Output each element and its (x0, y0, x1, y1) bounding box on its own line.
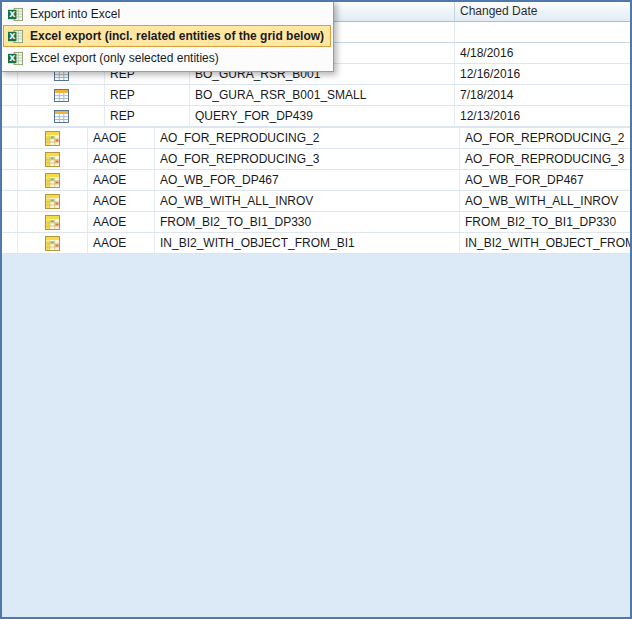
type-cell: AAOE (88, 212, 155, 233)
workbook-icon (18, 128, 88, 149)
export-menu-item[interactable]: X Export into Excel (3, 3, 331, 25)
row-indicator: ▶ (0, 85, 18, 106)
table-row[interactable]: ▶ AAOE FROM_BI2_TO_BI1_DP330 FROM_BI2_TO… (0, 212, 632, 233)
type-cell: AAOE (88, 170, 155, 191)
changed-date-cell: 12/16/2016 (455, 64, 632, 85)
description-cell: AO_FOR_REPRODUCING_3 (460, 149, 632, 170)
report-icon (18, 106, 105, 127)
description-cell: AO_WB_WITH_ALL_INROV (460, 191, 632, 212)
row-indicator: ▶ (0, 233, 18, 254)
technical-name-cell: AO_WB_FOR_DP467 (155, 170, 460, 191)
description-cell: IN_BI2_WITH_OBJECT_FROM_BI1 (460, 233, 632, 254)
technical-name-cell: AO_WB_WITH_ALL_INROV (155, 191, 460, 212)
technical-name-cell: QUERY_FOR_DP439 (190, 106, 455, 127)
export-dropdown-menu: X Export into Excel X Excel export (incl… (0, 0, 334, 72)
row-indicator: ▶ (0, 128, 18, 149)
svg-text:X: X (9, 10, 15, 19)
type-cell: AAOE (88, 191, 155, 212)
type-cell: AAOE (88, 233, 155, 254)
row-indicator: ▶ (0, 149, 18, 170)
table-row[interactable]: ▶ AAOE IN_BI2_WITH_OBJECT_FROM_BI1 IN_BI… (0, 233, 632, 254)
table-row[interactable]: ▶ REP QUERY_FOR_DP439 12/13/2016 (0, 106, 632, 127)
type-cell: REP (105, 85, 190, 106)
export-menu-item[interactable]: X Excel export (only selected entities) (3, 47, 331, 69)
changed-date-cell: 7/18/2014 (455, 85, 632, 106)
description-cell: AO_WB_FOR_DP467 (460, 170, 632, 191)
type-cell: AAOE (88, 149, 155, 170)
table-row[interactable]: ▶ AAOE AO_FOR_REPRODUCING_3 AO_FOR_REPRO… (0, 149, 632, 170)
svg-text:X: X (9, 32, 15, 41)
workbook-icon (18, 170, 88, 191)
table-row[interactable]: ▶ AAOE AO_WB_WITH_ALL_INROV AO_WB_WITH_A… (0, 191, 632, 212)
column-header-changed-date[interactable]: Changed Date (455, 0, 632, 22)
svg-text:X: X (9, 54, 15, 63)
technical-name-cell: FROM_BI2_TO_BI1_DP330 (155, 212, 460, 233)
table-row[interactable]: ▶ AAOE AO_WB_FOR_DP467 AO_WB_FOR_DP467 (0, 170, 632, 191)
row-indicator: ▶ (0, 106, 18, 127)
table-row[interactable]: ▶ AAOE AO_FOR_REPRODUCING_2 AO_FOR_REPRO… (0, 128, 632, 149)
type-cell: REP (105, 106, 190, 127)
row-indicator: ▶ (0, 191, 18, 212)
workbook-icon (18, 191, 88, 212)
description-cell: FROM_BI2_TO_BI1_DP330 (460, 212, 632, 233)
row-indicator: ▶ (0, 212, 18, 233)
changed-date-cell: 12/13/2016 (455, 106, 632, 127)
changed-date-cell: 4/18/2016 (455, 43, 632, 64)
workbook-icon (18, 149, 88, 170)
excel-icon: X (8, 51, 23, 66)
export-menu-item-label: Excel export (incl. related entities of … (30, 29, 324, 43)
export-menu-item-label: Export into Excel (30, 7, 120, 21)
technical-name-cell: IN_BI2_WITH_OBJECT_FROM_BI1 (155, 233, 460, 254)
row-indicator: ▶ (0, 170, 18, 191)
technical-name-cell: AO_FOR_REPRODUCING_3 (155, 149, 460, 170)
type-cell: AAOE (88, 128, 155, 149)
workbook-icon (18, 233, 88, 254)
export-menu-item[interactable]: X Excel export (incl. related entities o… (3, 25, 331, 47)
report-icon (18, 85, 105, 106)
table-row[interactable]: ▶ REP BO_GURA_RSR_B001_SMALL 7/18/2014 (0, 85, 632, 106)
technical-name-cell: AO_FOR_REPRODUCING_2 (155, 128, 460, 149)
excel-icon: X (8, 7, 23, 22)
export-menu-item-label: Excel export (only selected entities) (30, 51, 219, 65)
description-cell: AO_FOR_REPRODUCING_2 (460, 128, 632, 149)
technical-name-cell: BO_GURA_RSR_B001_SMALL (190, 85, 455, 106)
workbook-icon (18, 212, 88, 233)
excel-icon: X (8, 29, 23, 44)
changed-date-filter-cell[interactable] (455, 22, 632, 42)
